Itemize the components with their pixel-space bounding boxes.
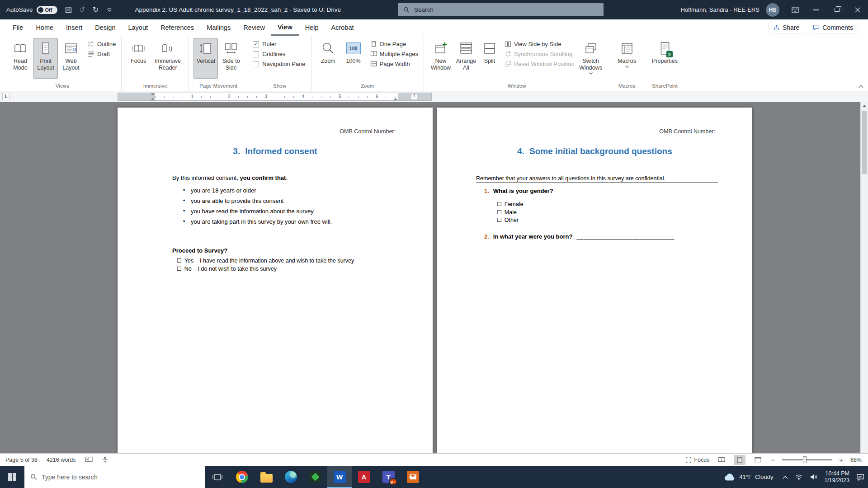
show-hidden-icons-button[interactable] [783,475,788,479]
arrange-all-button[interactable]: Arrange All [454,38,478,79]
close-button[interactable] [847,0,868,19]
scroll-up-arrow[interactable] [861,102,868,110]
proceed-to-survey-label: Proceed to Survey? [172,247,227,254]
outlook-icon [407,471,419,483]
side-to-side-button[interactable]: Side to Side [219,38,243,79]
teams-taskbar-icon[interactable]: T 9+ [376,466,401,488]
share-button[interactable]: Share [769,22,804,33]
tab-references[interactable]: References [154,19,200,36]
tab-home[interactable]: Home [29,19,60,36]
green-app-taskbar-icon[interactable] [303,466,327,488]
accessibility-checker-button[interactable] [102,456,108,463]
network-tray-icon[interactable] [795,474,803,481]
chrome-taskbar-icon[interactable] [230,466,254,488]
checkbox-icon: ☐ [497,201,502,209]
titlebar-search-input[interactable] [414,6,598,13]
qat-customize-button[interactable] [103,3,116,17]
outline-button[interactable]: Outline [88,41,116,47]
web-layout-button[interactable]: Web Layout [59,38,83,79]
bullet-item: •you are able to provide this consent [183,196,396,206]
section-heading-4: 4. Some initial background questions [437,146,752,156]
properties-button[interactable]: S Properties [649,38,681,79]
one-page-button[interactable]: One Page [370,41,418,47]
tab-design[interactable]: Design [89,19,122,36]
tab-help[interactable]: Help [299,19,325,36]
focus-button[interactable]: Focus [126,38,151,79]
hanging-indent-marker[interactable] [151,98,155,100]
properties-icon: S [659,40,671,56]
zoom-100-button[interactable]: 100 100% [341,38,366,79]
tab-insert[interactable]: Insert [60,19,89,36]
avatar[interactable]: HS [766,3,779,17]
autosave-toggle[interactable]: AutoSave Off [0,6,62,14]
right-indent-marker[interactable] [394,98,397,100]
weather-widget[interactable]: 41°F Cloudy [722,473,776,481]
word-count[interactable]: 4216 words [47,457,76,463]
redo-button[interactable]: ↻ [89,3,103,17]
start-button[interactable] [0,466,24,488]
zoom-percentage[interactable]: 68% [850,457,862,463]
split-button[interactable]: Split [479,38,500,79]
read-mode-button[interactable]: Read Mode [8,38,33,79]
ribbon-display-options-button[interactable] [785,0,806,19]
speaker-icon [810,474,817,480]
ribbon-tab-bar: File Home Insert Design Layout Reference… [0,19,868,36]
collapse-ribbon-button[interactable] [859,85,863,88]
navigation-pane-checkbox[interactable]: Navigation Pane [253,61,305,67]
titlebar-search[interactable] [398,3,604,16]
clock-tray[interactable]: 10:44 PM 1/19/2023 [824,470,849,484]
zoom-out-button[interactable]: − [770,456,776,464]
print-layout-button[interactable]: Print Layout [33,38,58,79]
vertical-button[interactable]: Vertical [193,38,218,79]
word-window: AutoSave Off ↺ ↻ Appendix 2. US Adult ch… [0,0,868,488]
tab-stop-selector[interactable]: L [2,93,10,100]
taskbar-search-input[interactable] [42,474,199,481]
web-layout-view-button[interactable] [752,455,764,465]
scrollbar-thumb[interactable] [862,111,867,174]
view-side-by-side-button[interactable]: View Side by Side [505,41,575,47]
print-layout-view-button[interactable] [734,455,745,465]
undo-button[interactable]: ↺ [75,3,89,17]
draft-button[interactable]: Draft [88,51,116,57]
zoom-in-button[interactable]: + [838,456,844,464]
ruler-checkbox[interactable]: ✓ Ruler [253,41,305,47]
vertical-scrollbar[interactable] [860,102,868,453]
save-button[interactable] [62,3,75,17]
zoom-slider-thumb[interactable] [803,456,807,463]
volume-tray-icon[interactable] [810,474,817,480]
read-mode-view-button[interactable] [716,455,727,465]
minimize-button[interactable] [806,0,826,19]
immersive-reader-button[interactable]: Immersive Reader [151,38,184,79]
page-width-button[interactable]: Page Width [370,61,418,67]
multiple-pages-button[interactable]: Multiple Pages [370,51,418,57]
tab-file[interactable]: File [6,19,29,36]
outlook-taskbar-icon[interactable] [401,466,425,488]
tab-acrobat[interactable]: Acrobat [325,19,360,36]
edge-taskbar-icon[interactable] [278,466,303,488]
tab-view[interactable]: View [271,19,299,36]
switch-windows-button[interactable]: Switch Windows [576,38,605,79]
action-center-button[interactable] [856,474,864,481]
tab-mailings[interactable]: Mailings [200,19,237,36]
page-indicator[interactable]: Page 5 of 38 [5,457,38,463]
tab-review[interactable]: Review [237,19,271,36]
zoom-button[interactable]: Zoom [316,38,340,79]
file-explorer-taskbar-icon[interactable] [254,466,278,488]
new-window-button[interactable]: New Window [429,38,453,79]
macros-button[interactable]: Macros [615,38,639,79]
acrobat-taskbar-icon[interactable]: A [352,466,376,488]
document-page-left[interactable]: OMB Control Number: 3. Informed consent … [118,108,433,453]
tab-layout[interactable]: Layout [122,19,154,36]
task-view-button[interactable] [205,466,230,488]
restore-button[interactable] [826,0,847,19]
gridlines-checkbox[interactable]: Gridlines [253,51,305,57]
document-page-right[interactable]: OMB Control Number: 4. Some initial back… [437,108,752,453]
word-taskbar-icon[interactable]: W [327,466,352,488]
zoom-slider[interactable] [782,459,832,460]
proofing-errors-button[interactable] [85,456,93,463]
focus-mode-button[interactable]: Focus [685,457,709,463]
taskbar-search[interactable] [24,466,205,488]
first-line-indent-marker[interactable] [151,93,155,96]
weather-temp: 41°F [739,474,752,480]
comments-button[interactable]: Comments [808,22,858,33]
